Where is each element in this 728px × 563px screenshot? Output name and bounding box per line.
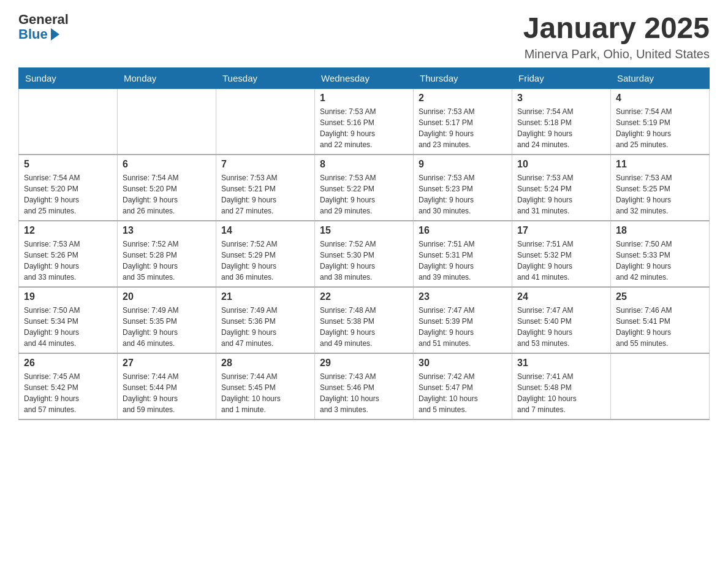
day-info: Sunrise: 7:44 AMSunset: 5:45 PMDaylight:… [221, 371, 309, 415]
calendar-cell: 30Sunrise: 7:42 AMSunset: 5:47 PMDayligh… [414, 353, 512, 419]
day-number: 3 [517, 93, 605, 104]
day-info: Sunrise: 7:52 AMSunset: 5:29 PMDaylight:… [221, 239, 309, 283]
day-info: Sunrise: 7:51 AMSunset: 5:32 PMDaylight:… [517, 239, 605, 283]
day-number: 30 [419, 358, 507, 369]
day-number: 14 [221, 225, 309, 236]
day-info: Sunrise: 7:53 AMSunset: 5:16 PMDaylight:… [320, 106, 408, 150]
day-info: Sunrise: 7:52 AMSunset: 5:28 PMDaylight:… [123, 239, 211, 283]
calendar-table: SundayMondayTuesdayWednesdayThursdayFrid… [18, 67, 710, 420]
day-number: 1 [320, 93, 408, 104]
day-info: Sunrise: 7:54 AMSunset: 5:20 PMDaylight:… [24, 172, 112, 216]
page-header: General Blue January 2025 Minerva Park, … [18, 12, 710, 61]
calendar-cell: 20Sunrise: 7:49 AMSunset: 5:35 PMDayligh… [118, 287, 216, 353]
calendar-cell: 13Sunrise: 7:52 AMSunset: 5:28 PMDayligh… [118, 221, 216, 287]
calendar-cell: 29Sunrise: 7:43 AMSunset: 5:46 PMDayligh… [315, 353, 414, 419]
calendar-cell: 10Sunrise: 7:53 AMSunset: 5:24 PMDayligh… [512, 155, 611, 221]
calendar-cell: 24Sunrise: 7:47 AMSunset: 5:40 PMDayligh… [512, 287, 611, 353]
day-info: Sunrise: 7:53 AMSunset: 5:17 PMDaylight:… [419, 106, 507, 150]
day-info: Sunrise: 7:49 AMSunset: 5:36 PMDaylight:… [221, 305, 309, 349]
day-number: 7 [221, 159, 309, 170]
logo-general: General [18, 12, 69, 27]
day-number: 4 [616, 93, 704, 104]
day-info: Sunrise: 7:42 AMSunset: 5:47 PMDaylight:… [419, 371, 507, 415]
day-number: 2 [419, 93, 507, 104]
calendar-cell: 12Sunrise: 7:53 AMSunset: 5:26 PMDayligh… [19, 221, 118, 287]
header-monday: Monday [118, 67, 216, 88]
calendar-cell: 18Sunrise: 7:50 AMSunset: 5:33 PMDayligh… [611, 221, 710, 287]
day-info: Sunrise: 7:51 AMSunset: 5:31 PMDaylight:… [419, 239, 507, 283]
day-info: Sunrise: 7:53 AMSunset: 5:21 PMDaylight:… [221, 172, 309, 216]
calendar-cell: 14Sunrise: 7:52 AMSunset: 5:29 PMDayligh… [216, 221, 315, 287]
day-info: Sunrise: 7:53 AMSunset: 5:23 PMDaylight:… [419, 172, 507, 216]
header-friday: Friday [512, 67, 611, 88]
day-info: Sunrise: 7:54 AMSunset: 5:19 PMDaylight:… [616, 106, 704, 150]
calendar-cell: 19Sunrise: 7:50 AMSunset: 5:34 PMDayligh… [19, 287, 118, 353]
day-number: 11 [616, 159, 704, 170]
calendar-cell: 15Sunrise: 7:52 AMSunset: 5:30 PMDayligh… [315, 221, 414, 287]
calendar-cell: 28Sunrise: 7:44 AMSunset: 5:45 PMDayligh… [216, 353, 315, 419]
header-sunday: Sunday [19, 67, 118, 88]
day-number: 27 [123, 358, 211, 369]
calendar-cell: 8Sunrise: 7:53 AMSunset: 5:22 PMDaylight… [315, 155, 414, 221]
calendar-cell: 1Sunrise: 7:53 AMSunset: 5:16 PMDaylight… [315, 88, 414, 155]
calendar-cell: 2Sunrise: 7:53 AMSunset: 5:17 PMDaylight… [414, 88, 512, 155]
day-info: Sunrise: 7:43 AMSunset: 5:46 PMDaylight:… [320, 371, 408, 415]
day-number: 12 [24, 225, 112, 236]
calendar-cell: 17Sunrise: 7:51 AMSunset: 5:32 PMDayligh… [512, 221, 611, 287]
calendar-cell: 22Sunrise: 7:48 AMSunset: 5:38 PMDayligh… [315, 287, 414, 353]
day-info: Sunrise: 7:47 AMSunset: 5:39 PMDaylight:… [419, 305, 507, 349]
calendar-cell: 25Sunrise: 7:46 AMSunset: 5:41 PMDayligh… [611, 287, 710, 353]
header-thursday: Thursday [414, 67, 512, 88]
calendar-cell: 3Sunrise: 7:54 AMSunset: 5:18 PMDaylight… [512, 88, 611, 155]
day-info: Sunrise: 7:48 AMSunset: 5:38 PMDaylight:… [320, 305, 408, 349]
day-info: Sunrise: 7:47 AMSunset: 5:40 PMDaylight:… [517, 305, 605, 349]
header-saturday: Saturday [611, 67, 710, 88]
calendar-cell [19, 88, 118, 155]
day-number: 17 [517, 225, 605, 236]
calendar-cell: 7Sunrise: 7:53 AMSunset: 5:21 PMDaylight… [216, 155, 315, 221]
day-number: 15 [320, 225, 408, 236]
day-number: 18 [616, 225, 704, 236]
week-row-3: 12Sunrise: 7:53 AMSunset: 5:26 PMDayligh… [19, 221, 710, 287]
calendar-subtitle: Minerva Park, Ohio, United States [523, 47, 710, 61]
day-number: 28 [221, 358, 309, 369]
day-number: 5 [24, 159, 112, 170]
calendar-cell: 4Sunrise: 7:54 AMSunset: 5:19 PMDaylight… [611, 88, 710, 155]
day-number: 9 [419, 159, 507, 170]
day-number: 25 [616, 291, 704, 302]
calendar-cell: 5Sunrise: 7:54 AMSunset: 5:20 PMDaylight… [19, 155, 118, 221]
calendar-cell: 21Sunrise: 7:49 AMSunset: 5:36 PMDayligh… [216, 287, 315, 353]
day-number: 6 [123, 159, 211, 170]
logo-arrow-icon [51, 28, 59, 40]
week-row-2: 5Sunrise: 7:54 AMSunset: 5:20 PMDaylight… [19, 155, 710, 221]
day-number: 19 [24, 291, 112, 302]
calendar-cell: 26Sunrise: 7:45 AMSunset: 5:42 PMDayligh… [19, 353, 118, 419]
week-row-4: 19Sunrise: 7:50 AMSunset: 5:34 PMDayligh… [19, 287, 710, 353]
header-wednesday: Wednesday [315, 67, 414, 88]
day-info: Sunrise: 7:44 AMSunset: 5:44 PMDaylight:… [123, 371, 211, 415]
day-info: Sunrise: 7:53 AMSunset: 5:26 PMDaylight:… [24, 239, 112, 283]
calendar-title: January 2025 [523, 12, 710, 45]
day-info: Sunrise: 7:52 AMSunset: 5:30 PMDaylight:… [320, 239, 408, 283]
day-number: 13 [123, 225, 211, 236]
calendar-cell [611, 353, 710, 419]
day-info: Sunrise: 7:53 AMSunset: 5:22 PMDaylight:… [320, 172, 408, 216]
day-number: 26 [24, 358, 112, 369]
calendar-header-row: SundayMondayTuesdayWednesdayThursdayFrid… [19, 67, 710, 88]
calendar-cell: 16Sunrise: 7:51 AMSunset: 5:31 PMDayligh… [414, 221, 512, 287]
day-info: Sunrise: 7:49 AMSunset: 5:35 PMDaylight:… [123, 305, 211, 349]
calendar-cell: 23Sunrise: 7:47 AMSunset: 5:39 PMDayligh… [414, 287, 512, 353]
calendar-cell: 9Sunrise: 7:53 AMSunset: 5:23 PMDaylight… [414, 155, 512, 221]
day-number: 24 [517, 291, 605, 302]
day-number: 16 [419, 225, 507, 236]
logo-blue: Blue [18, 27, 48, 42]
day-number: 8 [320, 159, 408, 170]
calendar-cell [216, 88, 315, 155]
day-info: Sunrise: 7:54 AMSunset: 5:20 PMDaylight:… [123, 172, 211, 216]
calendar-cell: 31Sunrise: 7:41 AMSunset: 5:48 PMDayligh… [512, 353, 611, 419]
day-info: Sunrise: 7:41 AMSunset: 5:48 PMDaylight:… [517, 371, 605, 415]
day-info: Sunrise: 7:50 AMSunset: 5:33 PMDaylight:… [616, 239, 704, 283]
day-info: Sunrise: 7:53 AMSunset: 5:24 PMDaylight:… [517, 172, 605, 216]
calendar-cell: 11Sunrise: 7:53 AMSunset: 5:25 PMDayligh… [611, 155, 710, 221]
week-row-1: 1Sunrise: 7:53 AMSunset: 5:16 PMDaylight… [19, 88, 710, 155]
